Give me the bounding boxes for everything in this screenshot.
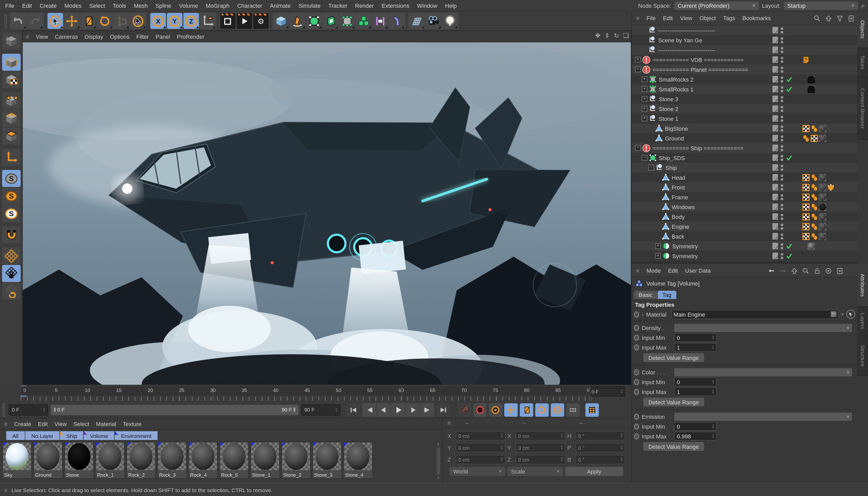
primitive-cube-button[interactable]	[273, 13, 289, 29]
visibility-dots[interactable]	[781, 27, 783, 33]
material-item[interactable]: Stone	[64, 441, 94, 479]
param-value-field[interactable]: 1˄˅	[674, 387, 717, 396]
axis-mode-button[interactable]	[2, 149, 20, 166]
material-thumbnail[interactable]	[158, 443, 186, 470]
camera-button[interactable]	[426, 13, 441, 29]
object-row--[interactable]: ------------------------------	[632, 25, 857, 35]
pick-material-button[interactable]	[846, 310, 855, 319]
render-view-button[interactable]	[220, 13, 235, 29]
coord-field-size-x[interactable]: 0 cm˄˅	[516, 431, 565, 440]
phong-tag[interactable]	[811, 174, 818, 181]
object-row-stone-1[interactable]: +Stone 1	[632, 113, 857, 123]
key-parameter-button[interactable]: P	[551, 403, 564, 417]
material-item[interactable]: Sky	[2, 441, 32, 479]
up-arrow-icon[interactable]	[791, 267, 798, 275]
material-tag[interactable]	[819, 174, 826, 181]
menu-render[interactable]: Render	[355, 3, 374, 9]
menu-character[interactable]: Character	[237, 3, 262, 9]
panel-menu-icon[interactable]: ≡	[4, 421, 7, 427]
coord-field-position-x[interactable]: 0 cm˄˅	[456, 431, 505, 440]
detect-value-range-button[interactable]: Detect Value Range	[643, 398, 704, 406]
search-icon[interactable]	[813, 14, 821, 22]
material-thumbnail[interactable]	[3, 443, 31, 470]
object-row--vdb-[interactable]: +=========== VDB ============	[632, 55, 857, 64]
object-row-smallrocks-1[interactable]: +SmallRocks 1	[632, 84, 857, 94]
layer-toggle[interactable]	[773, 135, 778, 141]
layer-toggle[interactable]	[773, 233, 778, 239]
snap-enable-button[interactable]: S	[2, 170, 20, 187]
enabled-check-icon[interactable]	[786, 252, 793, 259]
keyframe-dot[interactable]	[634, 311, 639, 317]
dolly-icon[interactable]: ⇕	[605, 32, 610, 39]
viewport-menu-cameras[interactable]: Cameras	[55, 33, 78, 40]
object-manager-menu-edit[interactable]: Edit	[663, 15, 673, 21]
coord-field-rotation-h[interactable]: 0 °˄˅	[576, 431, 625, 440]
visibility-dots[interactable]	[781, 214, 783, 220]
layer-toggle[interactable]	[773, 86, 778, 92]
menu-select[interactable]: Select	[89, 3, 105, 9]
material-item[interactable]: Rock_1	[95, 441, 125, 479]
layer-tab-environment[interactable]: Environment	[115, 431, 158, 440]
object-row-symmetry[interactable]: +Symmetry	[632, 251, 857, 261]
lock-x-button[interactable]: X	[150, 13, 166, 29]
material-item[interactable]: Rock_5	[219, 441, 249, 479]
range-end-field[interactable]: 90 F˄˅	[301, 404, 340, 416]
coord-field-size-z[interactable]: 0 cm˄˅	[516, 455, 565, 464]
attribute-tab-tag[interactable]: Tag	[658, 291, 676, 299]
current-frame-field[interactable]: 0 F˄˅	[589, 386, 625, 397]
material-item[interactable]: Stone_2	[281, 441, 311, 479]
last-tool-button[interactable]	[130, 13, 146, 29]
material-tag[interactable]	[808, 243, 815, 250]
texture-tag[interactable]	[802, 193, 810, 201]
back-arrow-icon[interactable]	[768, 267, 776, 275]
prev-key-button[interactable]	[363, 403, 376, 417]
keyframe-dot[interactable]	[634, 325, 639, 331]
object-manager-menu-view[interactable]: View	[680, 15, 692, 21]
psr-button[interactable]: PSR	[114, 13, 129, 29]
visibility-dots[interactable]	[781, 125, 783, 131]
layer-toggle[interactable]	[773, 76, 778, 83]
material-tag[interactable]	[819, 135, 826, 142]
param-dropdown[interactable]: ˅	[674, 368, 852, 376]
object-row-body[interactable]: Body	[632, 212, 857, 221]
layer-toggle[interactable]	[773, 105, 778, 112]
key-scale-button[interactable]	[520, 403, 533, 417]
layer-toggle[interactable]	[773, 66, 778, 73]
object-row-bigstone[interactable]: BigStone	[632, 123, 857, 133]
goto-start-button[interactable]	[347, 403, 360, 417]
floor-button[interactable]	[409, 13, 425, 29]
coord-mode-select[interactable]: Scale˅	[507, 467, 563, 476]
material-menu-edit[interactable]: Edit	[38, 421, 48, 427]
keyframe-dot[interactable]	[634, 389, 639, 395]
detect-value-range-button[interactable]: Detect Value Range	[643, 353, 704, 362]
layer-toggle[interactable]	[773, 27, 778, 34]
object-row-stone-2[interactable]: +Stone 2	[632, 104, 857, 113]
object-manager-menu-object[interactable]: Object	[700, 15, 716, 21]
alembic-tag[interactable]	[808, 86, 815, 93]
material-item[interactable]: Stone_4	[343, 441, 373, 479]
maximize-icon[interactable]: ❏	[623, 32, 629, 39]
model-mode-button[interactable]	[2, 54, 20, 71]
dock-tab-takes[interactable]: Takes	[857, 48, 868, 77]
viewport-menu-options[interactable]: Options	[110, 33, 130, 40]
material-thumbnail[interactable]	[282, 443, 310, 470]
dock-tab-structure[interactable]: Structure	[857, 336, 868, 376]
forward-arrow-icon[interactable]	[779, 267, 787, 275]
field-button[interactable]	[372, 13, 388, 29]
menu-tracker[interactable]: Tracker	[328, 3, 348, 9]
up-arrow-icon[interactable]	[825, 14, 832, 22]
enabled-check-icon[interactable]	[786, 154, 793, 161]
annotation-tag[interactable]	[802, 56, 810, 63]
material-menu-select[interactable]: Select	[73, 421, 89, 427]
visibility-dots[interactable]	[781, 243, 783, 249]
key-position-button[interactable]	[504, 403, 518, 417]
expand-toggle[interactable]: +	[655, 243, 661, 249]
menu-mesh[interactable]: Mesh	[134, 3, 148, 9]
enabled-check-icon[interactable]	[786, 86, 793, 92]
preview-range-slider[interactable]: ‖ 0 F 90 F ‖	[51, 405, 299, 415]
timeline-ruler-button[interactable]	[585, 403, 599, 417]
layer-tab-no-layer[interactable]: No Layer	[25, 431, 59, 440]
param-value-field[interactable]: 0.998˄˅	[674, 432, 717, 440]
drag-handle[interactable]	[2, 403, 5, 417]
layer-toggle[interactable]	[773, 193, 778, 200]
